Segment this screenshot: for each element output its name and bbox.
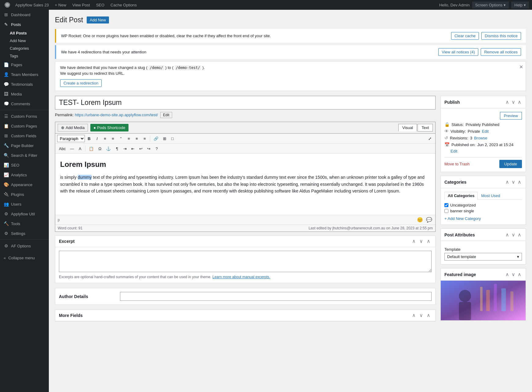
excerpt-collapse-up[interactable]: ∧ (411, 238, 417, 244)
update-button[interactable]: Update (499, 160, 522, 168)
sidebar-item-team-members[interactable]: 👤 Team Members (0, 70, 49, 79)
categories-up[interactable]: ∧ (505, 178, 510, 185)
sidebar-item-users[interactable]: 👥 Users (0, 199, 49, 209)
permalink-url[interactable]: https://urbane-demo-site.ap.applyflow.co… (75, 113, 158, 117)
sidebar-item-custom-forms[interactable]: ☰ Custom Forms (0, 111, 49, 121)
post-title-input[interactable] (55, 96, 436, 110)
revisions-browse-link[interactable]: Browse (474, 136, 487, 140)
sidebar-item-custom-fields[interactable]: ⊞ Custom Fields (0, 131, 49, 141)
more-fields-down[interactable]: ∨ (418, 312, 424, 318)
sidebar-item-tags[interactable]: Tags (0, 52, 49, 60)
sidebar-item-testimonials[interactable]: 💬 Testimonials (0, 79, 49, 89)
post-attr-toggle[interactable]: ∧ (517, 231, 522, 238)
edit-slug-button[interactable]: Edit (160, 112, 172, 118)
categories-down[interactable]: ∨ (511, 178, 516, 185)
sidebar-item-applyflow-util[interactable]: ⚙ Applyflow Util (0, 209, 49, 219)
sidebar-item-appearance[interactable]: 🎨 Appearance (0, 180, 49, 189)
publish-down[interactable]: ∨ (511, 99, 516, 106)
featured-down[interactable]: ∨ (511, 271, 516, 278)
author-details-input[interactable] (120, 292, 432, 301)
all-categories-tab[interactable]: All Categories (444, 192, 478, 200)
unordered-list-button[interactable]: ≡ (101, 135, 109, 142)
bold-button[interactable]: B (85, 135, 93, 142)
add-new-button[interactable]: Add New (87, 16, 109, 23)
format-button[interactable]: Abc (57, 145, 67, 152)
help-button[interactable]: Help ▾ (511, 2, 529, 9)
more-button[interactable]: □ (169, 135, 176, 142)
text-tab[interactable]: Text (418, 124, 433, 131)
sidebar-item-media[interactable]: 🖼 Media (0, 89, 49, 99)
sidebar-item-plugins[interactable]: 🔌 Plugins (0, 189, 49, 199)
view-post-item[interactable]: View Post (70, 0, 92, 10)
publish-toggle[interactable]: ∧ (517, 99, 522, 106)
excerpt-collapse-down[interactable]: ∨ (418, 238, 424, 244)
indent-button[interactable]: ⇥ (121, 145, 128, 152)
move-to-trash-link[interactable]: Move to Trash (444, 162, 469, 166)
sidebar-item-posts[interactable]: ✎ Posts (0, 20, 49, 29)
pods-shortcode-button[interactable]: ● Pods Shortcode (90, 124, 128, 131)
link-button[interactable]: 🔗 (152, 135, 160, 142)
featured-image[interactable] (441, 281, 526, 320)
slug-notice-dismiss[interactable]: ✕ (519, 64, 523, 70)
site-name-item[interactable]: Applyflow Sales 23 (13, 0, 51, 10)
blockquote-button[interactable]: " (117, 135, 125, 142)
sidebar-item-comments[interactable]: 💭 Comments (0, 99, 49, 109)
add-new-category-link[interactable]: + Add New Category (444, 216, 481, 221)
seo-item[interactable]: SEO (94, 0, 107, 10)
collapse-menu-item[interactable]: « Collapse menu (0, 253, 49, 263)
new-item[interactable]: + New (52, 0, 69, 10)
undo-button[interactable]: ↩ (137, 145, 144, 152)
ordered-list-button[interactable]: ≡ (109, 135, 117, 142)
cache-options-item[interactable]: Cache Options (108, 0, 139, 10)
align-center-button[interactable]: ≡ (133, 135, 140, 142)
categories-toggle[interactable]: ∧ (517, 178, 522, 185)
category-uncategorized-checkbox[interactable] (444, 203, 448, 207)
excerpt-toggle[interactable]: ∧ (425, 238, 432, 244)
excerpt-textarea[interactable] (59, 251, 432, 272)
excerpt-learn-more[interactable]: Learn more about manual excerpts. (212, 275, 270, 279)
template-select[interactable]: Default template ▾ (444, 253, 522, 261)
chat-button[interactable]: 💬 (425, 216, 433, 223)
more-fields-header[interactable]: More Fields ∧ ∨ ∧ (55, 310, 435, 321)
preview-button[interactable]: Preview (500, 112, 522, 120)
help-kb-button[interactable]: ? (153, 145, 160, 152)
align-right-button[interactable]: ≡ (141, 135, 148, 142)
sidebar-item-custom-pages[interactable]: 📋 Custom Pages (0, 121, 49, 131)
excerpt-header[interactable]: Excerpt ∧ ∨ ∧ (55, 236, 435, 247)
sidebar-item-page-builder[interactable]: 🔧 Page Builder (0, 141, 49, 150)
sidebar-item-analytics[interactable]: 📈 Analytics (0, 170, 49, 180)
dismiss-notice-button[interactable]: Dismiss this notice (481, 32, 521, 40)
sidebar-item-settings[interactable]: ⚙ Settings (0, 228, 49, 238)
create-redirection-button[interactable]: Create a redirection (60, 79, 102, 87)
rtl-button[interactable]: ¶ (113, 145, 121, 152)
publish-up[interactable]: ∧ (505, 99, 510, 106)
sidebar-item-add-new[interactable]: Add New (0, 37, 49, 45)
expand-toolbar-button[interactable]: ⤢ (426, 135, 433, 142)
featured-toggle[interactable]: ∧ (517, 271, 522, 278)
text-color-button[interactable]: A (76, 145, 84, 152)
category-banner-single-checkbox[interactable] (444, 209, 448, 213)
add-media-button[interactable]: ⊕ Add Media (58, 124, 88, 131)
visual-tab[interactable]: Visual (398, 124, 417, 131)
italic-button[interactable]: I (93, 135, 101, 142)
post-attr-down[interactable]: ∨ (511, 231, 516, 238)
sidebar-item-search-filter[interactable]: 🔍 Search & Filter (0, 150, 49, 160)
align-left-button[interactable]: ≡ (125, 135, 132, 142)
sidebar-item-categories[interactable]: Categories (0, 45, 49, 52)
hr-button[interactable]: — (68, 145, 76, 152)
paragraph-select[interactable]: Paragraph (57, 135, 85, 142)
paste-button[interactable]: 📋 (87, 145, 96, 152)
clear-cache-button[interactable]: Clear cache (451, 32, 479, 40)
editor-content[interactable]: Lorem Ipsum is simply dummy text of the … (55, 154, 435, 215)
table-button[interactable]: ⊞ (161, 135, 168, 142)
outdent-button[interactable]: ⇤ (129, 145, 136, 152)
sidebar-item-tools[interactable]: 🔨 Tools (0, 219, 49, 228)
most-used-tab[interactable]: Most Used (478, 192, 503, 200)
sidebar-item-all-posts[interactable]: All Posts (0, 29, 49, 37)
more-fields-toggle[interactable]: ∧ (425, 312, 432, 318)
special-char-button[interactable]: Ω (96, 145, 103, 152)
visibility-edit-link[interactable]: Edit (482, 129, 489, 134)
sidebar-item-pages[interactable]: 📄 Pages (0, 60, 49, 70)
post-attr-up[interactable]: ∧ (505, 231, 510, 238)
featured-up[interactable]: ∧ (505, 271, 510, 278)
